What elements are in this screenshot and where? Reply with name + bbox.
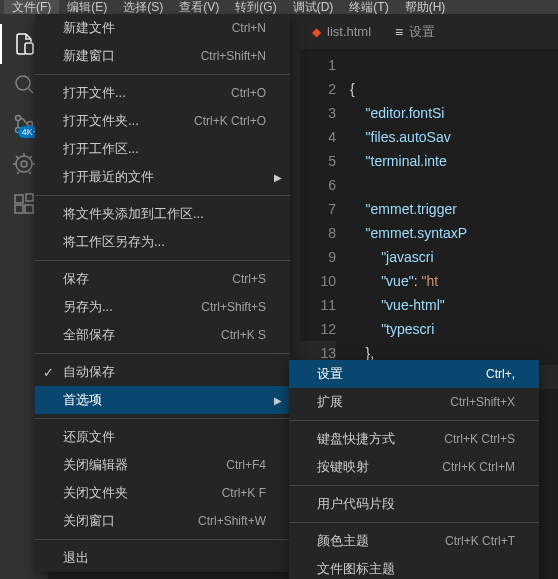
chevron-right-icon: ▶ xyxy=(274,172,282,183)
folder-webtool[interactable]: ▶ ■ webtool-module xyxy=(88,574,206,579)
tab-settings[interactable]: ≡ 设置 xyxy=(383,14,447,49)
chevron-right-icon: ▶ xyxy=(274,395,282,406)
menu-separator xyxy=(289,420,539,421)
menu-separator xyxy=(35,353,290,354)
tab-label: 设置 xyxy=(409,23,435,41)
preferences-submenu: 设置Ctrl+, 扩展Ctrl+Shift+X 键盘快捷方式Ctrl+K Ctr… xyxy=(289,360,539,579)
menu-save-workspace-as[interactable]: 将工作区另存为... xyxy=(35,228,290,256)
menu-extensions[interactable]: 扩展Ctrl+Shift+X xyxy=(289,388,539,416)
menu-icon-theme[interactable]: 文件图标主题 xyxy=(289,555,539,579)
menu-separator xyxy=(35,260,290,261)
svg-point-1 xyxy=(16,116,21,121)
menu-user-snippets[interactable]: 用户代码片段 xyxy=(289,490,539,518)
menu-separator xyxy=(289,522,539,523)
tab-label: list.html xyxy=(327,24,371,39)
menubar: 文件(F) 编辑(E) 选择(S) 查看(V) 转到(G) 调试(D) 终端(T… xyxy=(0,0,558,14)
menu-revert[interactable]: 还原文件 xyxy=(35,423,290,451)
menu-separator xyxy=(35,74,290,75)
svg-rect-7 xyxy=(15,205,23,213)
tab-bar: ◆ list.html ≡ 设置 xyxy=(300,14,558,49)
menu-separator xyxy=(35,539,290,540)
menu-close-folder[interactable]: 关闭文件夹Ctrl+K F xyxy=(35,479,290,507)
menu-separator xyxy=(35,195,290,196)
menu-auto-save[interactable]: ✓自动保存 xyxy=(35,358,290,386)
svg-rect-8 xyxy=(25,205,33,213)
check-icon: ✓ xyxy=(43,365,54,380)
menu-open-workspace[interactable]: 打开工作区... xyxy=(35,135,290,163)
menu-kb-shortcuts[interactable]: 键盘快捷方式Ctrl+K Ctrl+S xyxy=(289,425,539,453)
menu-save[interactable]: 保存Ctrl+S xyxy=(35,265,290,293)
menu-new-file[interactable]: 新建文件Ctrl+N xyxy=(35,14,290,42)
tab-list-html[interactable]: ◆ list.html xyxy=(300,14,383,49)
settings-icon: ≡ xyxy=(395,24,403,40)
menu-exit[interactable]: 退出 xyxy=(35,544,290,572)
menu-open-file[interactable]: 打开文件...Ctrl+O xyxy=(35,79,290,107)
menu-save-as[interactable]: 另存为...Ctrl+Shift+S xyxy=(35,293,290,321)
menu-separator xyxy=(35,418,290,419)
menu-add-folder[interactable]: 将文件夹添加到工作区... xyxy=(35,200,290,228)
file-menu: 新建文件Ctrl+N 新建窗口Ctrl+Shift+N 打开文件...Ctrl+… xyxy=(35,14,290,572)
menu-keymap[interactable]: 按键映射Ctrl+K Ctrl+M xyxy=(289,453,539,481)
svg-rect-6 xyxy=(15,195,23,203)
menu-save-all[interactable]: 全部保存Ctrl+K S xyxy=(35,321,290,349)
menu-close-window[interactable]: 关闭窗口Ctrl+Shift+W xyxy=(35,507,290,535)
menu-settings[interactable]: 设置Ctrl+, xyxy=(289,360,539,388)
svg-point-0 xyxy=(16,76,30,90)
menu-separator xyxy=(289,485,539,486)
svg-rect-9 xyxy=(26,194,33,201)
menu-close-editor[interactable]: 关闭编辑器Ctrl+F4 xyxy=(35,451,290,479)
html-icon: ◆ xyxy=(312,25,321,39)
menu-new-window[interactable]: 新建窗口Ctrl+Shift+N xyxy=(35,42,290,70)
menu-open-recent[interactable]: 打开最近的文件▶ xyxy=(35,163,290,191)
menu-open-folder[interactable]: 打开文件夹...Ctrl+K Ctrl+O xyxy=(35,107,290,135)
menu-preferences[interactable]: 首选项▶ xyxy=(35,386,290,414)
svg-point-5 xyxy=(21,161,27,167)
menu-color-theme[interactable]: 颜色主题Ctrl+K Ctrl+T xyxy=(289,527,539,555)
